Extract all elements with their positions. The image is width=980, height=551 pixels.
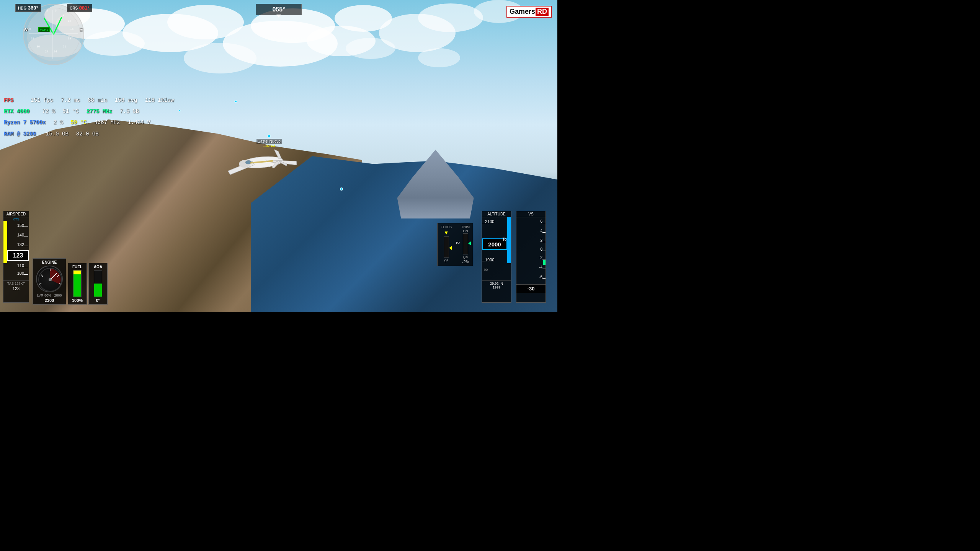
airspeed-tas-value: 123 bbox=[3, 286, 29, 291]
baro-setting: 29.92 IN 1999 bbox=[482, 280, 511, 290]
poi-dot-1 bbox=[234, 100, 237, 104]
altitude-tape: ALTITUDE 2100 2000 To 1900 90 29.92 IN 1… bbox=[482, 211, 511, 303]
gauges-row: ENGINE bbox=[33, 258, 108, 305]
engine-dial bbox=[36, 266, 63, 292]
poi-dot-2 bbox=[340, 187, 343, 191]
aoa-bar bbox=[94, 270, 102, 297]
vs-tape: VS 6 4 2 0 -2 -4 -6 -30 bbox=[516, 211, 546, 303]
svg-point-6 bbox=[49, 278, 52, 281]
cpu-row: Ryzen 7 5700x 2 % 59 °C 4667 MHz 1.424 V bbox=[4, 118, 174, 127]
gamers-rd-logo: Gamers RD bbox=[506, 6, 552, 18]
airspeed-tape: AIRSPEED KTS 150 140 132 123 110 100 TAS… bbox=[3, 211, 29, 303]
gpu-row: RTX 4080 72 % 51 °C 2775 MHz 7.5 GB bbox=[4, 107, 174, 116]
rd-text: RD bbox=[536, 8, 549, 16]
vs-indicator-marker bbox=[543, 260, 546, 265]
compass-west-label: W bbox=[24, 27, 28, 32]
compass-east-label: E bbox=[80, 27, 82, 32]
aoa-gauge: AOA 0° bbox=[88, 263, 108, 305]
fps-row: FPS 151 fps 7.2 ms 88 min 156 avg 118 1%… bbox=[4, 96, 174, 105]
fuel-gauge: FUEL 100% bbox=[68, 263, 87, 305]
flaps-indicator: FLAPS ▼ 0° bbox=[441, 225, 452, 264]
flaps-trim-panel: FLAPS ▼ 0° TRIM DN TO UP -2% bbox=[437, 223, 473, 266]
fuel-bar bbox=[73, 270, 82, 297]
airspeed-scale: 150 140 132 123 110 100 bbox=[3, 221, 29, 280]
engine-gauge: ENGINE bbox=[33, 258, 66, 305]
airspeed-title: AIRSPEED bbox=[3, 211, 29, 217]
svg-line-11 bbox=[41, 275, 43, 277]
ram-row: RAM @ 3200 15.0 GB 32.0 GB bbox=[4, 129, 174, 139]
trim-indicator: TRIM DN TO UP -2% bbox=[461, 225, 470, 264]
altitude-blue-bar bbox=[507, 217, 511, 263]
airspeed-yellow-bar bbox=[3, 221, 7, 263]
vor-label: VOR1 bbox=[38, 27, 50, 32]
airspeed-unit: KTS bbox=[3, 217, 29, 221]
altitude-scale: 2100 2000 To 1900 90 bbox=[482, 217, 511, 280]
heading-tape: 055° bbox=[256, 4, 302, 15]
flight-scene: Castel Nuovo 1.02NM E W 3 6 9 12 15 18 2… bbox=[0, 0, 557, 312]
poi-castel-nuovo: Castel Nuovo 1.02NM bbox=[256, 134, 282, 148]
performance-overlay: FPS 151 fps 7.2 ms 88 min 156 avg 118 1%… bbox=[4, 96, 174, 140]
airspeed-current-box: 123 bbox=[7, 250, 29, 261]
gamers-text: Gamers bbox=[510, 8, 535, 16]
vs-scale: 6 4 2 0 -2 -4 -6 bbox=[516, 217, 546, 284]
compass-instrument: E W 3 6 9 12 15 18 21 24 27 30 33 36 VOR… bbox=[23, 4, 84, 65]
heading-triangle bbox=[276, 15, 281, 18]
hdg-display: HDG 360° bbox=[15, 4, 41, 12]
poi-dot-3 bbox=[178, 109, 181, 112]
vs-current-value: -30 bbox=[516, 284, 546, 293]
airspeed-tas: TAS 127KT bbox=[3, 280, 29, 286]
crs-display: CRS 081° bbox=[67, 4, 92, 12]
